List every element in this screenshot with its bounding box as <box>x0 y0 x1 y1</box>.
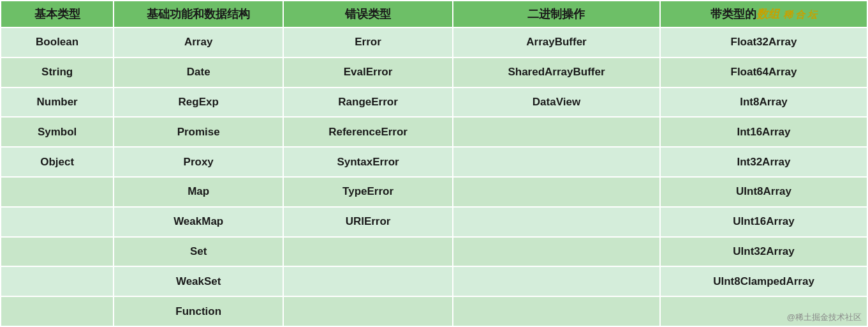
table-row: NumberRegExpRangeErrorDataViewInt8Array <box>1 87 867 118</box>
cell-row2-col3: RangeError <box>283 87 453 118</box>
cell-row6-col3: URIError <box>283 207 453 237</box>
table-row: WeakSetUInt8ClampedArray <box>1 266 867 296</box>
table-body: BooleanArrayErrorArrayBufferFloat32Array… <box>1 27 867 326</box>
cell-row4-col4 <box>453 147 660 177</box>
cell-row2-col1: Number <box>1 87 114 118</box>
cell-row0-col4: ArrayBuffer <box>453 27 660 57</box>
cell-row0-col5: Float32Array <box>660 27 867 57</box>
cell-row2-col5: Int8Array <box>660 87 867 118</box>
cell-row9-col1 <box>1 296 114 326</box>
cell-row3-col1: Symbol <box>1 117 114 147</box>
cell-row1-col2: Date <box>114 57 283 87</box>
cell-row1-col3: EvalError <box>283 57 453 87</box>
table-row: ObjectProxySyntaxErrorInt32Array <box>1 147 867 177</box>
table-row: SymbolPromiseReferenceErrorInt16Array <box>1 117 867 147</box>
cell-row3-col2: Promise <box>114 117 283 147</box>
cell-row1-col4: SharedArrayBuffer <box>453 57 660 87</box>
cell-row4-col3: SyntaxError <box>283 147 453 177</box>
cell-row8-col3 <box>283 266 453 296</box>
cell-row0-col2: Array <box>114 27 283 57</box>
table-row: BooleanArrayErrorArrayBufferFloat32Array <box>1 27 867 57</box>
cell-row8-col2: WeakSet <box>114 266 283 296</box>
header-col5-prefix: 带类型的数组 <box>710 8 779 20</box>
cell-row5-col5: UInt8Array <box>660 177 867 207</box>
cell-row0-col1: Boolean <box>1 27 114 57</box>
cell-row3-col5: Int16Array <box>660 117 867 147</box>
cell-row8-col5: UInt8ClampedArray <box>660 266 867 296</box>
cell-row4-col5: Int32Array <box>660 147 867 177</box>
cell-row1-col1: String <box>1 57 114 87</box>
table-container: 基本类型 基础功能和数据结构 错误类型 二进制操作 带类型的数组稀 合 坛 Bo… <box>0 0 868 327</box>
cell-row7-col4 <box>453 237 660 267</box>
cell-row1-col5: Float64Array <box>660 57 867 87</box>
logo-icon: 稀 合 坛 <box>783 9 817 20</box>
table-row: WeakMapURIErrorUInt16Array <box>1 207 867 237</box>
cell-row6-col1 <box>1 207 114 237</box>
cell-row6-col5: UInt16Array <box>660 207 867 237</box>
cell-row8-col1 <box>1 266 114 296</box>
cell-row7-col1 <box>1 237 114 267</box>
cell-row8-col4 <box>453 266 660 296</box>
cell-row3-col4 <box>453 117 660 147</box>
header-row: 基本类型 基础功能和数据结构 错误类型 二进制操作 带类型的数组稀 合 坛 <box>1 1 867 27</box>
header-col4: 二进制操作 <box>453 1 660 27</box>
cell-row5-col2: Map <box>114 177 283 207</box>
cell-row5-col3: TypeError <box>283 177 453 207</box>
watermark-bottom: @稀土掘金技术社区 <box>787 312 862 323</box>
table-row: Function <box>1 296 867 326</box>
table-row: StringDateEvalErrorSharedArrayBufferFloa… <box>1 57 867 87</box>
data-table: 基本类型 基础功能和数据结构 错误类型 二进制操作 带类型的数组稀 合 坛 Bo… <box>0 0 868 327</box>
header-col1: 基本类型 <box>1 1 114 27</box>
cell-row6-col2: WeakMap <box>114 207 283 237</box>
cell-row9-col3 <box>283 296 453 326</box>
cell-row3-col3: ReferenceError <box>283 117 453 147</box>
cell-row7-col3 <box>283 237 453 267</box>
header-col5: 带类型的数组稀 合 坛 <box>660 1 867 27</box>
table-row: SetUInt32Array <box>1 237 867 267</box>
cell-row2-col2: RegExp <box>114 87 283 118</box>
cell-row0-col3: Error <box>283 27 453 57</box>
cell-row4-col1: Object <box>1 147 114 177</box>
cell-row9-col2: Function <box>114 296 283 326</box>
cell-row2-col4: DataView <box>453 87 660 118</box>
cell-row4-col2: Proxy <box>114 147 283 177</box>
cell-row9-col4 <box>453 296 660 326</box>
cell-row7-col2: Set <box>114 237 283 267</box>
header-col2: 基础功能和数据结构 <box>114 1 283 27</box>
header-col3: 错误类型 <box>283 1 453 27</box>
cell-row7-col5: UInt32Array <box>660 237 867 267</box>
cell-row5-col4 <box>453 177 660 207</box>
cell-row5-col1 <box>1 177 114 207</box>
cell-row6-col4 <box>453 207 660 237</box>
table-row: MapTypeErrorUInt8Array <box>1 177 867 207</box>
